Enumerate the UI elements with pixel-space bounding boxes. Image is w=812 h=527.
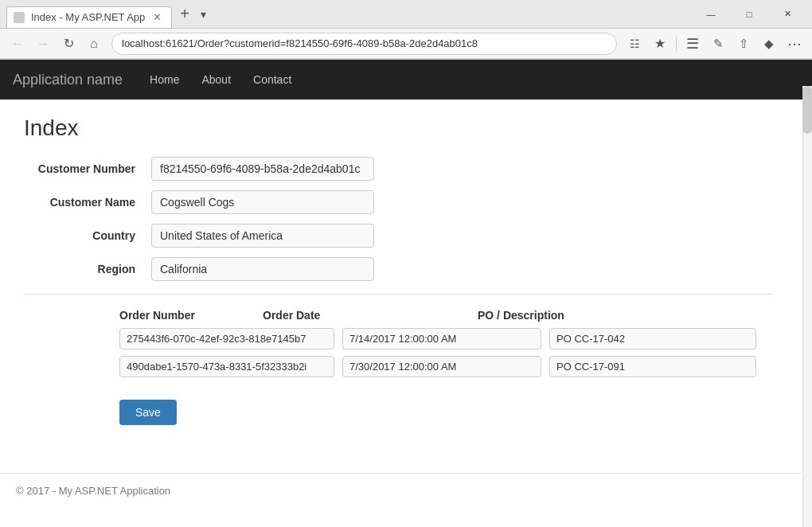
col-po-description-header: PO / Description [478, 309, 701, 322]
app-nav: Home About Contact [139, 62, 303, 97]
order-po-input-1[interactable] [549, 328, 756, 349]
minimize-button[interactable]: — [693, 2, 729, 26]
order-row [24, 356, 772, 377]
browser-chrome: Index - My ASP.NET App ✕ + ▾ — □ ✕ ← → ↻… [0, 0, 812, 60]
col-order-date-header: Order Date [263, 309, 478, 322]
scrollbar-thumb[interactable] [802, 86, 812, 134]
main-content: Index Customer Number Customer Name Coun… [0, 100, 796, 457]
share-icon[interactable]: ⇧ [732, 33, 755, 55]
customer-number-group: Customer Number [24, 157, 772, 181]
reload-button[interactable]: ↻ [57, 33, 80, 55]
customer-name-label: Customer Name [24, 196, 151, 209]
customer-number-input[interactable] [151, 157, 374, 181]
order-date-input-1[interactable] [342, 328, 541, 349]
order-date-input-2[interactable] [342, 356, 541, 377]
order-number-input-2[interactable] [119, 356, 334, 377]
url-text: localhost:61621/Order?customerid=f821455… [122, 37, 478, 49]
customer-name-group: Customer Name [24, 190, 772, 214]
customer-name-input[interactable] [151, 190, 374, 214]
home-button[interactable]: ⌂ [83, 33, 105, 55]
orders-table-header: Order Number Order Date PO / Description [24, 304, 772, 328]
tab-list-button[interactable]: ▾ [197, 8, 209, 21]
tab-close-icon[interactable]: ✕ [153, 11, 162, 23]
order-po-input-2[interactable] [549, 356, 756, 377]
footer: © 2017 - My ASP.NET Application [0, 473, 812, 508]
more-icon[interactable]: ⋯ [783, 33, 806, 55]
browser-toolbar: ← → ↻ ⌂ localhost:61621/Order?customerid… [0, 29, 812, 59]
order-number-input-1[interactable] [119, 328, 334, 349]
maximize-button[interactable]: □ [731, 2, 767, 26]
nav-about[interactable]: About [190, 62, 242, 97]
back-button[interactable]: ← [6, 33, 29, 55]
new-tab-button[interactable]: + [175, 5, 194, 23]
window-controls: — □ ✕ [693, 2, 806, 26]
app-brand: Application name [13, 72, 123, 88]
orders-section: Order Number Order Date PO / Description [24, 294, 772, 377]
tab-title: Index - My ASP.NET App [31, 11, 145, 23]
scrollbar[interactable] [802, 86, 812, 508]
address-bar[interactable]: localhost:61621/Order?customerid=f821455… [111, 33, 617, 55]
save-button[interactable]: Save [119, 400, 177, 425]
settings-menu-icon[interactable]: ☰ [681, 33, 704, 55]
region-label: Region [24, 263, 151, 275]
nav-home[interactable]: Home [139, 62, 190, 97]
region-input[interactable] [151, 257, 374, 281]
pen-icon[interactable]: ✎ [707, 33, 729, 55]
order-row [24, 328, 772, 349]
footer-text: © 2017 - My ASP.NET Application [16, 485, 170, 497]
customer-number-label: Customer Number [24, 162, 151, 175]
favorites-icon[interactable]: ★ [649, 33, 671, 55]
country-group: Country [24, 224, 772, 248]
tab-page-icon [14, 12, 25, 23]
forward-button[interactable]: → [32, 33, 54, 55]
app-navbar: Application name Home About Contact [0, 60, 812, 100]
reader-view-icon[interactable]: ☷ [623, 33, 646, 55]
nav-contact[interactable]: Contact [242, 62, 303, 97]
region-group: Region [24, 257, 772, 281]
page-title: Index [24, 115, 772, 141]
toolbar-divider [676, 36, 677, 52]
close-button[interactable]: ✕ [769, 2, 806, 26]
country-label: Country [24, 229, 151, 242]
col-order-number-header: Order Number [24, 309, 263, 322]
country-input[interactable] [151, 224, 374, 248]
extensions-icon[interactable]: ◆ [758, 33, 780, 55]
toolbar-icons: ☷ ★ ☰ ✎ ⇧ ◆ ⋯ [623, 33, 806, 55]
browser-titlebar: Index - My ASP.NET App ✕ + ▾ — □ ✕ [0, 0, 812, 29]
